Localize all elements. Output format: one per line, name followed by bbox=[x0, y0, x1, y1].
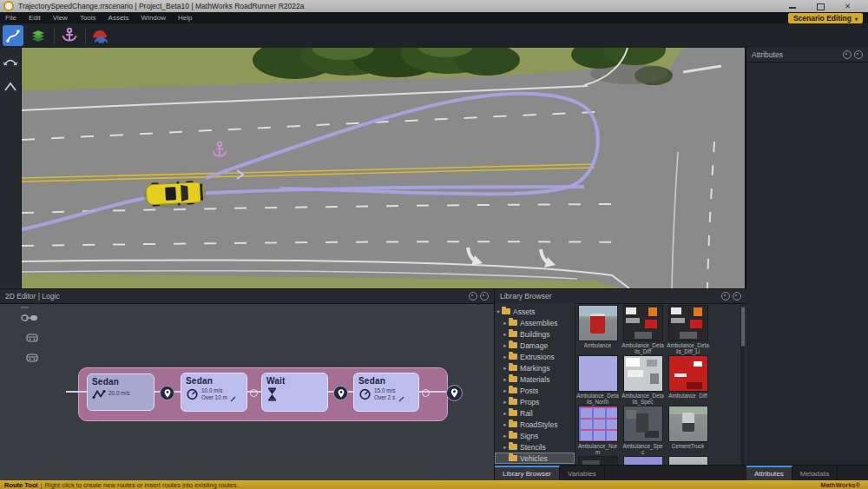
splitter-handle[interactable] bbox=[21, 307, 29, 308]
folder-icon bbox=[509, 421, 517, 427]
scene-viewport[interactable] bbox=[22, 48, 745, 288]
maximize-icon[interactable] bbox=[816, 3, 825, 10]
vehicle-tool-button[interactable] bbox=[90, 25, 111, 46]
tree-expand-icon[interactable] bbox=[502, 399, 509, 406]
tree-item-buildings[interactable]: Buildings bbox=[495, 328, 575, 340]
node-speed: 10.0 m/s bbox=[201, 387, 227, 394]
tree-item-extrusions[interactable]: Extrusions bbox=[495, 351, 575, 362]
vehicle-node-icon[interactable] bbox=[26, 353, 38, 363]
menu-tools[interactable]: Tools bbox=[80, 14, 96, 22]
tree-expand-icon[interactable] bbox=[502, 342, 509, 349]
asset-thumbnail[interactable]: Ambulance_Details_Diff bbox=[621, 305, 664, 355]
action-node-wait[interactable]: Wait bbox=[261, 373, 328, 412]
curve-tool-icon[interactable] bbox=[3, 55, 18, 67]
asset-thumbnail[interactable]: Ambulance_Details_Spec bbox=[621, 355, 664, 406]
texture-preview bbox=[623, 355, 663, 392]
menu-view[interactable]: View bbox=[53, 14, 68, 22]
menu-help[interactable]: Help bbox=[178, 14, 192, 22]
phase-pin-icon[interactable] bbox=[333, 386, 348, 400]
phase-pin-icon[interactable] bbox=[446, 385, 463, 401]
folder-icon bbox=[509, 320, 517, 326]
texture-preview bbox=[668, 355, 708, 392]
asset-thumbnail[interactable]: CementTruck bbox=[667, 406, 709, 456]
library-scrollbar[interactable] bbox=[740, 305, 745, 466]
tree-item-roadstyles[interactable]: RoadStyles bbox=[495, 419, 575, 430]
asset-thumbnail[interactable]: Ambulance_Diff bbox=[667, 355, 709, 406]
tree-item-assemblies[interactable]: Assemblies bbox=[495, 317, 575, 328]
logic-panel-title: 2D Editor | Logic bbox=[5, 292, 60, 301]
asset-label: Ambulance_Details_Spec bbox=[621, 393, 664, 406]
layers-icon bbox=[30, 27, 47, 44]
panel-close-icon[interactable] bbox=[854, 50, 863, 59]
asset-label: Ambulance bbox=[584, 342, 612, 348]
tree-expand-icon[interactable] bbox=[495, 308, 502, 315]
folder-icon bbox=[509, 410, 517, 416]
tab-attributes[interactable]: Attributes bbox=[746, 466, 792, 481]
tree-item-signs[interactable]: Signs bbox=[495, 430, 575, 441]
panel-float-icon[interactable] bbox=[843, 50, 852, 59]
scrollbar-thumb[interactable] bbox=[741, 307, 745, 347]
tree-item-rail[interactable]: Rail bbox=[495, 407, 575, 419]
tab-library-browser[interactable]: Library Browser bbox=[495, 466, 560, 481]
chevron-tool-icon[interactable] bbox=[3, 81, 18, 92]
tree-item-vehicles[interactable]: Vehicles bbox=[495, 453, 575, 464]
menu-edit[interactable]: Edit bbox=[29, 14, 41, 22]
main-toolbar bbox=[0, 23, 868, 48]
action-node-sedan-3[interactable]: Sedan 15.0 m/s Over 2 s bbox=[353, 373, 419, 412]
phase-pin-icon[interactable] bbox=[160, 386, 174, 400]
panel-close-icon[interactable] bbox=[480, 292, 489, 301]
attributes-panel: Attributes bbox=[746, 48, 868, 465]
logic-editor-panel: 2D Editor | Logic Sedan 20.0 m/s bbox=[0, 288, 495, 480]
tree-expand-icon[interactable] bbox=[502, 376, 509, 383]
library-browser-panel: Library Browser Assets Assemblies Buildi… bbox=[495, 288, 746, 465]
node-title: Sedan bbox=[92, 377, 149, 387]
app-icon bbox=[3, 1, 14, 11]
action-node-sedan-2[interactable]: Sedan 10.0 m/s Over 10 m bbox=[181, 373, 247, 412]
vehicle-node-icon[interactable] bbox=[26, 333, 38, 343]
asset-thumbnail[interactable]: Ambulance_Details_Diff_Li bbox=[667, 305, 709, 355]
tab-variables[interactable]: Variables bbox=[560, 466, 605, 481]
tree-item-markings[interactable]: Markings bbox=[495, 362, 575, 373]
tree-expand-icon[interactable] bbox=[502, 331, 509, 338]
scenario-editing-dropdown[interactable]: Scenario Editing ▾ bbox=[788, 13, 863, 23]
tree-item-damage[interactable]: Damage bbox=[495, 340, 575, 351]
tree-item-materials[interactable]: Materials bbox=[495, 373, 575, 385]
layers-tool-button[interactable] bbox=[28, 25, 49, 46]
tree-expand-icon[interactable] bbox=[502, 421, 509, 428]
menu-window[interactable]: Window bbox=[141, 14, 166, 22]
tree-expand-icon[interactable] bbox=[502, 320, 509, 327]
asset-thumbnail[interactable]: Ambulance_Details_Norm bbox=[576, 355, 619, 406]
tab-metadata[interactable]: Metadata bbox=[792, 466, 838, 481]
asset-thumbnail[interactable]: Ambulance bbox=[576, 305, 619, 355]
tree-item-stencils[interactable]: Stencils bbox=[495, 441, 575, 453]
close-icon[interactable] bbox=[844, 3, 852, 10]
tree-item-props[interactable]: Props bbox=[495, 396, 575, 407]
cementtruck-preview bbox=[668, 406, 708, 442]
route-tool-button[interactable] bbox=[3, 25, 23, 46]
anchor-tool-button[interactable] bbox=[59, 25, 80, 46]
tree-expand-icon[interactable] bbox=[502, 354, 509, 360]
asset-label: Ambulance_Norm bbox=[576, 443, 619, 456]
toolbar-separator bbox=[85, 28, 86, 43]
link-icon[interactable] bbox=[21, 314, 38, 322]
tree-expand-icon[interactable] bbox=[502, 410, 509, 417]
connection-dot[interactable] bbox=[250, 389, 258, 397]
tree-expand-icon[interactable] bbox=[502, 387, 509, 394]
connection-dot[interactable] bbox=[422, 389, 430, 397]
tree-item-assets[interactable]: Assets bbox=[495, 306, 575, 317]
folder-icon bbox=[509, 376, 517, 382]
asset-thumbnail[interactable]: Ambulance_Spec bbox=[621, 406, 664, 456]
panel-close-icon[interactable] bbox=[733, 292, 741, 301]
asset-label: Ambulance_Diff bbox=[668, 393, 707, 399]
panel-float-icon[interactable] bbox=[721, 292, 730, 301]
tree-expand-icon[interactable] bbox=[502, 444, 509, 451]
action-node-sedan-1[interactable]: Sedan 20.0 m/s bbox=[87, 373, 155, 411]
menu-assets[interactable]: Assets bbox=[108, 14, 129, 22]
panel-float-icon[interactable] bbox=[469, 292, 477, 301]
menu-file[interactable]: File bbox=[5, 14, 16, 22]
tree-expand-icon[interactable] bbox=[502, 365, 509, 372]
tree-expand-icon[interactable] bbox=[502, 433, 509, 439]
asset-thumbnail[interactable]: Ambulance_Norm bbox=[576, 406, 619, 456]
minimize-icon[interactable] bbox=[788, 3, 797, 10]
tree-item-posts[interactable]: Posts bbox=[495, 385, 575, 396]
